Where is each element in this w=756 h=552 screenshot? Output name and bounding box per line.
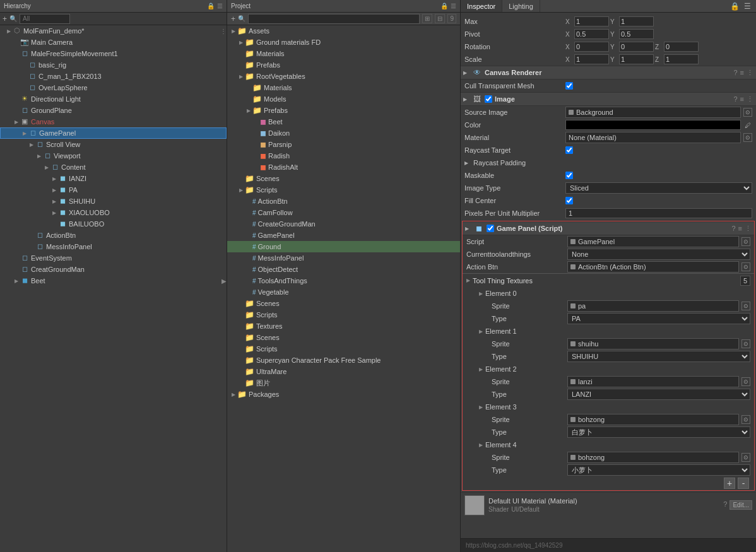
project-plus-btn[interactable]: + — [231, 15, 235, 23]
script-field[interactable]: GamePanel — [567, 236, 739, 247]
project-folder-prefabs-root[interactable]: 📁 Prefabs — [227, 59, 460, 71]
project-folder-rv-materials[interactable]: 📁 Materials — [227, 82, 460, 93]
canvas-renderer-section[interactable]: ▶ 👁 Canvas Renderer ? ≡ ⋮ — [461, 66, 756, 79]
project-script-creategroundman[interactable]: # CreateGroundMan — [227, 218, 460, 230]
project-view-btn3[interactable]: 9 — [447, 14, 456, 23]
project-folder-scenes3[interactable]: 📁 Scenes — [227, 332, 460, 343]
image-menu-btn[interactable]: ⋮ — [747, 95, 753, 103]
image-help-btn[interactable]: ? — [733, 95, 737, 103]
element0-header[interactable]: ▶ Element 0 — [463, 287, 754, 300]
project-folder-rv-models[interactable]: 📁 Models — [227, 93, 460, 105]
gps-menu-btn[interactable]: ⋮ — [745, 225, 752, 233]
hierarchy-item-creat-ground[interactable]: ◻ CreatGroundMan — [0, 264, 227, 275]
project-script-objectdetect[interactable]: # ObjectDetect — [227, 264, 460, 275]
hierarchy-item-game-panel[interactable]: ▶ ◻ GamePanel — [0, 127, 227, 139]
hierarchy-item-beet[interactable]: ▶ ◼ Beet ▶ — [0, 275, 227, 286]
image-enabled-checkbox[interactable] — [485, 95, 492, 103]
element0-sprite-field[interactable]: pa — [567, 300, 739, 312]
remove-element-btn[interactable]: - — [738, 478, 749, 489]
project-script-camfollow[interactable]: # CamFollow — [227, 207, 460, 218]
hierarchy-item-scroll-view[interactable]: ▶ ◻ Scroll View — [0, 139, 227, 150]
element3-header[interactable]: ▶ Element 3 — [463, 401, 754, 413]
project-script-toolsandthings[interactable]: # ToolsAndThings — [227, 275, 460, 286]
scale-y-input[interactable] — [619, 54, 654, 64]
project-folder-ultramare[interactable]: 📁 UltraMare — [227, 366, 460, 377]
tool-thing-header[interactable]: ▶ Tool Thing Textures 5 — [463, 273, 754, 287]
element1-header[interactable]: ▶ Element 1 — [463, 325, 754, 338]
hierarchy-item-shuihu[interactable]: ▶ ◼ SHUIHU — [0, 196, 227, 207]
project-script-gamepanel[interactable]: # GamePanel — [227, 230, 460, 241]
hierarchy-item-main-camera[interactable]: 📷 Main Camera — [0, 37, 227, 48]
inspector-menu-btn[interactable]: ☰ — [742, 2, 752, 11]
tab-lighting[interactable]: Lighting — [502, 0, 540, 12]
project-folder-scenes2[interactable]: 📁 Scenes — [227, 298, 460, 309]
max-y-input[interactable] — [619, 16, 654, 26]
project-folder-supercyan[interactable]: 📁 Supercyan Character Pack Free Sample — [227, 355, 460, 366]
raycast-target-checkbox[interactable] — [565, 146, 573, 154]
element1-sprite-link[interactable]: ⊙ — [741, 339, 750, 348]
canvas-renderer-menu[interactable]: ⋮ — [747, 69, 753, 77]
project-folder-scenes1[interactable]: 📁 Scenes — [227, 173, 460, 184]
element4-sprite-link[interactable]: ⊙ — [741, 453, 750, 462]
pixels-input[interactable] — [565, 208, 752, 218]
game-panel-script-enabled[interactable] — [487, 225, 494, 232]
material-field[interactable]: None (Material) — [565, 132, 741, 143]
element4-header[interactable]: ▶ Element 4 — [463, 438, 754, 451]
hierarchy-item-xiaoluobo[interactable]: ▶ ◼ XIAOLUOBO — [0, 207, 227, 218]
element0-sprite-link[interactable]: ⊙ — [741, 302, 750, 310]
project-folder-rootveg[interactable]: ▶ 📁 RootVegetables — [227, 71, 460, 82]
hierarchy-plus-icon[interactable]: + — [3, 15, 7, 23]
project-folder-assets[interactable]: ▶ 📁 Assets — [227, 25, 460, 37]
rotation-x-input[interactable] — [574, 42, 609, 52]
tool-thing-count[interactable]: 5 — [740, 276, 750, 286]
script-link-btn[interactable]: ⊙ — [741, 237, 750, 246]
hierarchy-item-ground-plane[interactable]: ◻ GroundPlane — [0, 105, 227, 116]
hierarchy-search-input[interactable] — [20, 14, 70, 24]
material-edit-btn[interactable]: Edit... — [729, 500, 752, 510]
project-item-parsnip[interactable]: ◼ Parsnip — [227, 139, 460, 150]
element3-type-dropdown[interactable]: 白萝卜 — [567, 426, 750, 438]
project-view-btn2[interactable]: ⊟ — [435, 14, 445, 23]
pivot-x-input[interactable] — [574, 29, 609, 39]
project-folder-rv-prefabs[interactable]: ▶ 📁 Prefabs — [227, 105, 460, 116]
canvas-renderer-settings[interactable]: ≡ — [740, 69, 744, 76]
project-item-beet[interactable]: ◼ Beet — [227, 116, 460, 127]
image-type-dropdown[interactable]: Sliced Simple Tiled Filled — [565, 182, 752, 194]
max-x-input[interactable] — [574, 16, 609, 26]
hierarchy-item-messinfo[interactable]: ◻ MessInfoPanel — [0, 241, 227, 252]
color-eyedropper[interactable]: 🖊 — [743, 120, 752, 129]
canvas-renderer-help[interactable]: ? — [733, 69, 737, 76]
element2-header[interactable]: ▶ Element 2 — [463, 363, 754, 375]
project-folder-materials[interactable]: 📁 Materials — [227, 48, 460, 59]
project-view-btn1[interactable]: ⊞ — [422, 14, 432, 23]
project-script-actionbtn[interactable]: # ActionBtn — [227, 196, 460, 207]
image-section[interactable]: ▶ 🖼 Image ? ≡ ⋮ — [461, 92, 756, 106]
pivot-y-input[interactable] — [619, 29, 654, 39]
element1-type-dropdown[interactable]: SHUIHU — [567, 351, 750, 362]
hierarchy-item-ianzi[interactable]: ▶ ◼ IANZI — [0, 173, 227, 184]
project-script-vegetable[interactable]: # Vegetable — [227, 286, 460, 298]
source-image-field[interactable]: Background — [565, 107, 741, 118]
element4-type-dropdown[interactable]: 小萝卜 — [567, 464, 750, 476]
hierarchy-item-male-free[interactable]: ◻ MaleFreeSimpleMovement1 — [0, 48, 227, 59]
element0-type-dropdown[interactable]: PA — [567, 313, 750, 324]
project-script-ground[interactable]: # Ground — [227, 241, 460, 252]
project-folder-photos[interactable]: 📁 图片 — [227, 377, 460, 389]
gps-help-btn[interactable]: ? — [731, 225, 735, 232]
hierarchy-item-canvas[interactable]: ▶ ▣ Canvas — [0, 116, 227, 127]
fill-center-checkbox[interactable] — [565, 197, 573, 204]
element1-sprite-field[interactable]: shuihu — [567, 338, 739, 349]
hierarchy-item-action-btn[interactable]: ◻ ActionBtn — [0, 230, 227, 241]
project-lock-icon[interactable]: 🔒 — [440, 3, 448, 9]
project-menu-icon[interactable]: ☰ — [451, 3, 456, 9]
project-folder-ground-mat[interactable]: ▶ 📁 Ground materials FD — [227, 37, 460, 48]
hierarchy-item-content[interactable]: ▶ ◻ Content — [0, 161, 227, 173]
project-item-daikon[interactable]: ◼ Daikon — [227, 127, 460, 139]
material-help-btn[interactable]: ? — [723, 500, 727, 510]
hierarchy-lock-icon[interactable]: 🔒 — [207, 3, 215, 9]
project-script-messinfo[interactable]: # MessInfoPanel — [227, 252, 460, 264]
game-panel-script-header[interactable]: ▶ ◼ Game Panel (Script) ? ≡ ⋮ — [463, 221, 754, 235]
project-search-input[interactable] — [248, 14, 420, 24]
hierarchy-item-dir-light[interactable]: ☀ Directional Light — [0, 93, 227, 105]
element2-sprite-link[interactable]: ⊙ — [741, 377, 750, 386]
